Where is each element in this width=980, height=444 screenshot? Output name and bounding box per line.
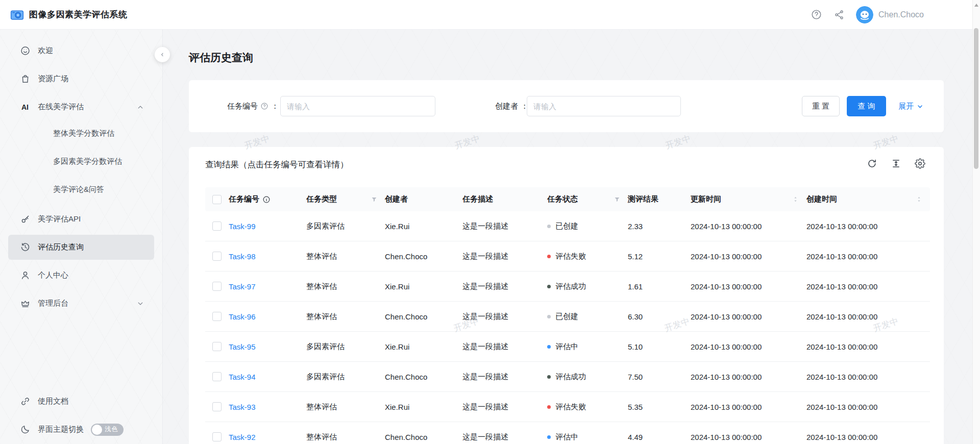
sidebar-footer: 使用文档 界面主题切换 浅色 [0,380,162,442]
help-icon[interactable] [811,9,822,20]
theme-toggle[interactable]: 浅色 [91,424,124,436]
refresh-icon[interactable] [867,158,877,169]
bag-icon [19,73,31,84]
user-name[interactable]: Chen.Choco [878,10,924,19]
column-header-created_at[interactable]: 创建时间 [806,194,930,204]
cell-created-at: 2024-10-13 00:00:00 [806,373,930,381]
task-id-link[interactable]: Task-95 [229,342,256,351]
task-id-link[interactable]: Task-97 [229,282,256,291]
row-checkbox[interactable] [212,221,222,231]
column-header-status[interactable]: 任务状态 [547,194,628,204]
sidebar-subitem-multifactor-score[interactable]: 多因素美学分数评估 [8,147,154,176]
cell-task-type: 整体评估 [306,252,385,261]
filter-funnel-icon[interactable] [614,196,621,203]
app-window: 图像多因素美学评估系统 Chen.Choco 欢迎 资 [0,0,980,444]
sidebar-item-label: 个人中心 [38,270,68,280]
row-checkbox[interactable] [212,402,222,411]
column-label: 任务编号 [229,194,259,204]
vertical-scrollbar[interactable] [972,0,980,444]
user-icon [19,270,31,281]
cell-task-id: Task-97 [229,282,306,291]
cell-created-at: 2024-10-13 00:00:00 [806,252,930,261]
user-avatar[interactable] [856,6,873,23]
row-checkbox[interactable] [212,252,222,261]
sidebar-collapse-button[interactable] [155,47,170,62]
sidebar-item-admin[interactable]: 管理后台 [8,291,154,316]
status-dot [547,345,551,349]
sidebar-item-label: 在线美学评估 [38,102,84,112]
column-header-creator: 创建者 [385,194,462,204]
column-header-updated_at[interactable]: 更新时间 [691,194,806,204]
cell-score: 5.10 [628,342,691,351]
sidebar-subitem-overall-score[interactable]: 整体美学分数评估 [8,119,154,147]
task-id-input[interactable] [280,96,435,116]
sidebar-item-resource[interactable]: 资源广场 [8,66,154,91]
sidebar-item-api[interactable]: 美学评估API [8,207,154,232]
filter-funnel-icon[interactable] [371,196,378,203]
table-toolbar [867,158,925,169]
select-all-checkbox[interactable] [212,195,222,204]
chevron-up-icon[interactable] [136,103,145,112]
cell-status: 已创建 [547,221,628,231]
column-header-score: 测评结果 [628,194,691,204]
column-label: 任务描述 [462,194,493,204]
column-header-task_type[interactable]: 任务类型 [306,194,385,204]
settings-gear-icon[interactable] [915,158,925,169]
sidebar-item-online-eval[interactable]: AI 在线美学评估 [8,94,154,119]
cell-description: 这是一段描述 [462,372,547,382]
row-height-icon[interactable] [891,158,901,169]
info-icon[interactable] [260,102,268,110]
top-bar: 图像多因素美学评估系统 Chen.Choco [0,0,980,30]
column-label: 任务类型 [306,194,337,204]
task-id-link[interactable]: Task-92 [229,433,256,441]
row-checkbox[interactable] [212,342,222,351]
sidebar-item-label: 欢迎 [38,46,53,56]
sidebar-subitem-label: 整体美学分数评估 [53,129,114,138]
share-icon[interactable] [834,9,845,20]
table-row: Task-93整体评估Xie.Rui这是一段描述评估失败5.352024-10-… [205,392,930,422]
info-icon[interactable] [262,195,271,204]
sidebar-item-profile[interactable]: 个人中心 [8,263,154,288]
cell-created-at: 2024-10-13 00:00:00 [806,403,930,411]
scrollbar-up-arrow[interactable] [974,4,978,7]
sidebar-item-theme: 界面主题切换 浅色 [8,417,154,442]
sidebar-subitem-label: 美学评论&问答 [53,185,104,194]
cell-select [205,252,229,261]
row-checkbox[interactable] [212,282,222,291]
cell-status: 评估中 [547,432,628,442]
row-checkbox[interactable] [212,432,222,441]
topbar-actions: Chen.Choco [811,0,924,29]
cell-select [205,221,229,231]
reset-button[interactable]: 重 置 [802,96,840,116]
sorter-icon[interactable] [792,195,799,203]
creator-label: 创建者： [495,80,528,132]
task-id-link[interactable]: Task-98 [229,252,256,261]
cell-description: 这是一段描述 [462,252,547,261]
task-id-link[interactable]: Task-94 [229,373,256,381]
cell-select [205,402,229,411]
cell-created-at: 2024-10-13 00:00:00 [806,282,930,291]
scrollbar-thumb[interactable] [974,28,978,169]
cell-task-type: 多因素评估 [306,372,385,382]
expand-link[interactable]: 展开 [898,96,924,116]
sidebar-subitem-comment-qa[interactable]: 美学评论&问答 [8,176,154,204]
cell-task-type: 整体评估 [306,282,385,291]
sidebar-item-history[interactable]: 评估历史查询 [8,235,154,260]
toggle-label: 浅色 [105,424,118,436]
row-checkbox[interactable] [212,372,222,381]
chevron-down-icon[interactable] [136,299,145,308]
cell-updated-at: 2024-10-13 00:00:00 [691,403,806,411]
sorter-icon[interactable] [915,195,923,203]
cell-status: 已创建 [547,312,628,322]
sidebar-item-welcome[interactable]: 欢迎 [8,38,154,63]
task-id-link[interactable]: Task-99 [229,222,256,231]
row-checkbox[interactable] [212,312,222,321]
sidebar-item-label: 评估历史查询 [38,242,84,252]
task-id-link[interactable]: Task-96 [229,312,256,321]
sidebar-item-docs[interactable]: 使用文档 [8,389,154,414]
table-row: Task-97整体评估Xie.Rui这是一段描述评估成功1.612024-10-… [205,272,930,302]
search-button[interactable]: 查 询 [847,96,886,116]
cell-status: 评估失败 [547,402,628,412]
task-id-link[interactable]: Task-93 [229,403,256,411]
creator-input[interactable] [527,96,681,116]
